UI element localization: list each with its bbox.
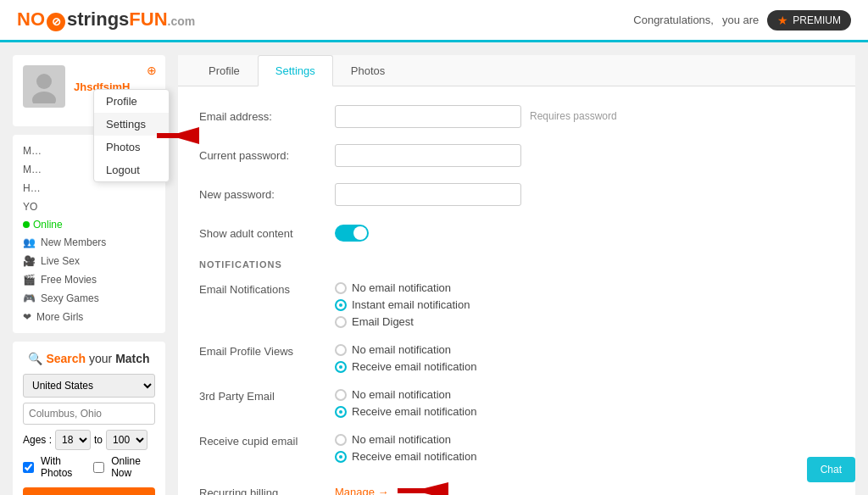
adult-content-toggle[interactable] (335, 225, 369, 242)
recurring-billing-label: Recurring billing (199, 485, 335, 495)
sidebar-link-more-girls[interactable]: ❤ More Girls (23, 308, 155, 326)
settings-form: Email address: Requires password Current… (178, 86, 855, 495)
with-photos-label: With Photos (41, 455, 86, 479)
sidebar-link-live-sex[interactable]: 🎥 Live Sex (23, 252, 155, 270)
logo-no: NO (17, 8, 45, 30)
third-party-label: 3rd Party Email (199, 388, 335, 418)
email-notif-option-2: Email Digest (335, 315, 470, 328)
profile-views-option-0: No email notification (335, 343, 476, 356)
toggle-knob (353, 226, 367, 240)
third-party-options: No email notification Receive email noti… (335, 388, 476, 418)
sidebar-link-m2-label: M… (23, 164, 42, 175)
premium-label: PREMIUM (793, 14, 841, 26)
age-to-select[interactable]: 1009080 (106, 430, 147, 450)
manage-arrow (398, 478, 448, 495)
third-party-option-1: Receive email notification (335, 405, 476, 418)
online-indicator: Online (23, 216, 155, 233)
adult-content-label: Show adult content (199, 227, 335, 240)
cupid-row: Receive cupid email No email notificatio… (199, 433, 834, 463)
to-label: to (94, 434, 103, 446)
sidebar-link-free-movies[interactable]: 🎬 Free Movies (23, 270, 155, 289)
email-profile-views-options: No email notification Receive email noti… (335, 343, 476, 373)
tab-settings[interactable]: Settings (258, 55, 333, 86)
email-notif-label-2: Email Digest (352, 315, 414, 328)
new-password-label: New password: (199, 188, 335, 201)
city-input[interactable] (23, 403, 155, 425)
email-notif-label-1: Instant email notification (352, 298, 470, 311)
cupid-radio-1[interactable] (335, 451, 347, 463)
main-content: Profile Settings Photos Email address: R… (178, 55, 855, 495)
online-now-checkbox[interactable] (93, 462, 104, 473)
avatar (23, 65, 65, 108)
cupid-option-0: No email notification (335, 433, 476, 446)
profile-views-label-1: Receive email notification (352, 360, 476, 373)
email-notifications-label: Email Notifications (199, 281, 335, 328)
bottom-right-button[interactable]: Chat (807, 457, 855, 482)
sidebar-link-sexy-games[interactable]: 🎮 Sexy Games (23, 289, 155, 308)
new-members-icon: 👥 (23, 236, 36, 248)
profile-menu-icon[interactable]: ⊕ (147, 64, 157, 77)
search-word: Search (46, 352, 86, 365)
online-label: Online (33, 219, 63, 231)
profile-views-radio-1[interactable] (335, 361, 347, 373)
dropdown-logout[interactable]: Logout (94, 159, 169, 181)
email-label: Email address: (199, 110, 335, 123)
current-password-row: Current password: (199, 142, 834, 168)
cupid-label-1: Receive email notification (352, 450, 476, 463)
new-password-input[interactable] (335, 183, 521, 206)
age-from-select[interactable]: 182025 (55, 430, 91, 450)
svg-rect-5 (398, 488, 431, 493)
email-notif-radio-0[interactable] (335, 282, 347, 294)
tabs: Profile Settings Photos (178, 55, 855, 86)
dropdown-arrow (157, 123, 199, 151)
email-input[interactable] (335, 105, 521, 128)
country-select[interactable]: United States Canada (23, 374, 155, 398)
email-notif-option-1: Instant email notification (335, 298, 470, 311)
requires-password: Requires password (530, 110, 617, 122)
third-party-radio-1[interactable] (335, 406, 347, 418)
header-right: Congratulations, you are ★ PREMIUM (633, 10, 851, 31)
search-match-card: 🔍Search your Match United States Canada … (13, 342, 165, 495)
logo-icon: ⊘ (47, 13, 65, 31)
more-girls-label: More Girls (36, 311, 83, 323)
sexy-games-label: Sexy Games (41, 292, 99, 304)
dropdown-profile[interactable]: Profile (94, 90, 169, 113)
svg-rect-3 (157, 133, 182, 138)
email-notif-radio-2[interactable] (335, 316, 347, 328)
search-button[interactable]: SEARCH (23, 487, 155, 495)
svg-point-0 (36, 74, 52, 89)
email-notifications-row: Email Notifications No email notificatio… (199, 281, 834, 328)
current-password-label: Current password: (199, 149, 335, 162)
match-word: Match (115, 352, 149, 365)
sidebar-link-new-members[interactable]: 👥 New Members (23, 233, 155, 252)
third-party-label-0: No email notification (352, 388, 451, 401)
recurring-billing-row: Recurring billing Manage → (199, 478, 834, 495)
third-party-radio-0[interactable] (335, 389, 347, 401)
third-party-row: 3rd Party Email No email notification Re… (199, 388, 834, 418)
sidebar: JhsdfsimH ⊕ Profile Settings Photos Logo… (13, 55, 165, 495)
header: NO⊘stringsFUN.com Congratulations, you a… (0, 0, 868, 42)
main-layout: JhsdfsimH ⊕ Profile Settings Photos Logo… (0, 42, 868, 495)
profile-views-radio-0[interactable] (335, 344, 347, 356)
with-photos-checkbox[interactable] (23, 462, 34, 473)
logo-com: com (170, 14, 195, 28)
email-notif-radio-1[interactable] (335, 299, 347, 311)
sexy-games-icon: 🎮 (23, 292, 36, 304)
sidebar-link-yo[interactable]: YO (23, 197, 155, 216)
manage-link[interactable]: Manage → (335, 486, 389, 495)
current-password-input[interactable] (335, 144, 521, 167)
age-row: Ages : 182025 to 1009080 (23, 430, 155, 450)
checkbox-row: With Photos Online Now (23, 455, 155, 479)
logo: NO⊘stringsFUN.com (17, 8, 195, 31)
email-notif-label-0: No email notification (352, 281, 451, 294)
email-row: Email address: Requires password (199, 103, 834, 129)
sidebar-link-yo-label: YO (23, 201, 37, 213)
svg-point-1 (32, 92, 56, 103)
third-party-label-1: Receive email notification (352, 405, 476, 418)
tab-photos[interactable]: Photos (333, 55, 403, 86)
tab-profile[interactable]: Profile (191, 55, 258, 86)
live-sex-label: Live Sex (41, 255, 80, 267)
cupid-options: No email notification Receive email noti… (335, 433, 476, 463)
more-girls-icon: ❤ (23, 311, 31, 323)
cupid-radio-0[interactable] (335, 434, 347, 446)
